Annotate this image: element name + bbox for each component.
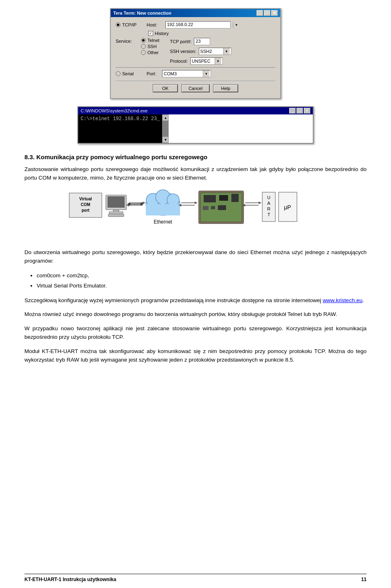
dblarrow1-right bbox=[143, 202, 145, 204]
footer-left: KT-ETH-UART-1 Instrukcja użytkownika bbox=[24, 577, 116, 582]
ssh-version-arrow[interactable]: ▼ bbox=[223, 48, 230, 55]
paragraph4: Można również użyć innego dowolnego prog… bbox=[24, 310, 367, 319]
serial-label: Serial bbox=[122, 71, 134, 76]
tera-term-dialog: Tera Term: New connection _ □ ✕ TCP/IP H… bbox=[110, 8, 281, 99]
paragraph2: Do utworzenia wirtualnego portu szeregow… bbox=[24, 248, 367, 265]
telnet-label: Telnet bbox=[147, 38, 159, 43]
section-title: Komunikacja przy pomocy wirtualnego port… bbox=[36, 154, 207, 160]
bullet-item-1: com0com + com2tcp, bbox=[37, 271, 367, 281]
telnet-radio[interactable] bbox=[141, 38, 146, 43]
cloud-base bbox=[146, 204, 180, 215]
history-checkbox[interactable]: ✓ bbox=[148, 31, 153, 36]
dblarrow2-right bbox=[195, 202, 198, 204]
other-radio[interactable] bbox=[141, 50, 146, 55]
minimize-button[interactable]: _ bbox=[257, 10, 263, 16]
cmd-window: C:\WINDOWS\system32\cmd.exe _ □ ✕ C:\>te… bbox=[77, 106, 314, 144]
page-container: Tera Term: New connection _ □ ✕ TCP/IP H… bbox=[0, 0, 391, 588]
paragraph3-part1: Szczegółową konfigurację wyżej wymienion… bbox=[24, 297, 323, 303]
bullet-list: com0com + com2tcp, Virtual Serial Ports … bbox=[37, 271, 367, 291]
protocol-arrow[interactable]: ▼ bbox=[215, 58, 221, 64]
pcb-comp2 bbox=[211, 206, 215, 209]
tcpip-radio-dot bbox=[116, 22, 121, 27]
serial-radio-dot bbox=[116, 71, 121, 76]
history-label: History bbox=[155, 31, 169, 36]
tcp-port-row: TCP port#: 23 bbox=[170, 38, 231, 45]
virtual-com-text1: Virtual bbox=[79, 197, 92, 201]
up-label: μP bbox=[284, 204, 291, 211]
help-button[interactable]: Help bbox=[213, 85, 238, 92]
bullet-item-2: Virtual Serial Ports Emulator. bbox=[37, 281, 367, 291]
serial-row: Serial Port: COM3 ▼ bbox=[116, 70, 275, 77]
virtual-com-text2: COM bbox=[81, 202, 90, 207]
section-heading: 8.3. Komunikacja przy pomocy wirtualnego… bbox=[24, 154, 367, 160]
cancel-button[interactable]: Cancel bbox=[182, 85, 209, 92]
cmd-content: C:\>telnet 192.168.0.22 23_ ▲ ▼ bbox=[78, 114, 313, 143]
tcp-port-input[interactable]: 23 bbox=[194, 38, 210, 45]
uart-t: T bbox=[268, 212, 270, 217]
dialog-body: TCP/IP Host: 192.168.0.22 ▼ ✓ History Se… bbox=[111, 17, 280, 98]
kristech-link[interactable]: www.kristech.eu bbox=[323, 297, 362, 303]
port-arrow[interactable]: ▼ bbox=[203, 70, 209, 77]
port-label: Port: bbox=[147, 71, 160, 76]
paragraph5: W przypadku nowo tworzonej aplikacji nie… bbox=[24, 325, 367, 342]
dialog-buttons: OK Cancel Help bbox=[116, 81, 275, 94]
cmd-titlebar-buttons: _ □ ✕ bbox=[289, 108, 310, 114]
uart-r: R bbox=[267, 206, 270, 211]
section-number: 8.3. bbox=[24, 154, 35, 160]
footer-right: 11 bbox=[361, 577, 367, 582]
host-combo-arrow[interactable]: ▼ bbox=[233, 22, 239, 28]
other-label: Other bbox=[147, 50, 159, 55]
ssh-version-label: SSH version: bbox=[170, 49, 196, 54]
cmd-body[interactable]: C:\>telnet 192.168.0.22 23_ bbox=[78, 114, 162, 143]
right-options: TCP port#: 23 SSH version: SSH2 ▼ bbox=[170, 38, 231, 65]
serial-radio[interactable]: Serial bbox=[116, 71, 144, 76]
port-combo[interactable]: COM3 ▼ bbox=[162, 70, 211, 77]
host-input[interactable]: 192.168.0.22 bbox=[165, 21, 231, 29]
tcpip-radio[interactable]: TCP/IP bbox=[116, 22, 144, 27]
cmd-title: C:\WINDOWS\system32\cmd.exe bbox=[81, 108, 147, 113]
uart-a: A bbox=[267, 201, 270, 206]
ssh-version-combo[interactable]: SSH2 ▼ bbox=[199, 48, 231, 55]
tera-term-dialog-container: Tera Term: New connection _ □ ✕ TCP/IP H… bbox=[24, 8, 367, 99]
cmd-container: C:\WINDOWS\system32\cmd.exe _ □ ✕ C:\>te… bbox=[24, 106, 367, 144]
history-row: ✓ History bbox=[148, 31, 275, 36]
tcp-port-label: TCP port#: bbox=[170, 39, 191, 44]
cmd-text: C:\>telnet 192.168.0.22 23_ bbox=[81, 116, 160, 122]
virtual-com-text3: port bbox=[81, 208, 90, 213]
cmd-command: C:\>telnet 192.168.0.22 23_ bbox=[81, 116, 160, 122]
telnet-row: Telnet bbox=[141, 38, 159, 43]
page-footer: KT-ETH-UART-1 Instrukcja użytkownika 11 bbox=[24, 574, 367, 582]
paragraph3-part2: . bbox=[362, 297, 364, 303]
ok-button-outer: OK bbox=[153, 84, 178, 92]
cancel-button-outer: Cancel bbox=[181, 84, 210, 92]
tcpip-row: TCP/IP Host: 192.168.0.22 ▼ bbox=[116, 21, 275, 29]
ssh-label: SSH bbox=[147, 44, 157, 49]
host-label: Host: bbox=[147, 22, 163, 27]
uart-u: U bbox=[267, 195, 270, 200]
dblarrow1-left bbox=[126, 204, 129, 206]
dialog-titlebar: Tera Term: New connection _ □ ✕ bbox=[111, 9, 280, 17]
cmd-minimize-button[interactable]: _ bbox=[289, 108, 296, 114]
scrollbar-up[interactable]: ▲ bbox=[162, 114, 169, 121]
other-row: Other bbox=[141, 50, 159, 55]
ssh-row: SSH bbox=[141, 44, 159, 49]
pcb-chip3 bbox=[218, 205, 226, 210]
scrollbar-down[interactable]: ▼ bbox=[162, 136, 169, 143]
protocol-row: Protocol: UNSPEC ▼ bbox=[170, 57, 231, 65]
monitor-base bbox=[109, 212, 123, 213]
cmd-scrollbar[interactable]: ▲ ▼ bbox=[162, 114, 169, 143]
monitor-screen bbox=[108, 196, 125, 208]
maximize-button[interactable]: □ bbox=[264, 10, 270, 16]
cmd-maximize-button[interactable]: □ bbox=[297, 108, 303, 114]
titlebar-buttons: _ □ ✕ bbox=[257, 10, 278, 16]
dialog-title: Tera Term: New connection bbox=[113, 11, 171, 15]
keyboard-rect bbox=[108, 214, 124, 217]
close-button[interactable]: ✕ bbox=[271, 10, 278, 16]
ethernet-label: Ethernet bbox=[154, 219, 172, 225]
ssh-radio[interactable] bbox=[141, 44, 146, 49]
cmd-close-button[interactable]: ✕ bbox=[304, 108, 310, 114]
service-group: Telnet SSH Other bbox=[141, 38, 159, 56]
ok-button[interactable]: OK bbox=[153, 85, 178, 92]
protocol-combo[interactable]: UNSPEC ▼ bbox=[190, 57, 223, 65]
paragraph6: Moduł KT-ETH-UART można tak skonfigurowa… bbox=[24, 347, 367, 364]
